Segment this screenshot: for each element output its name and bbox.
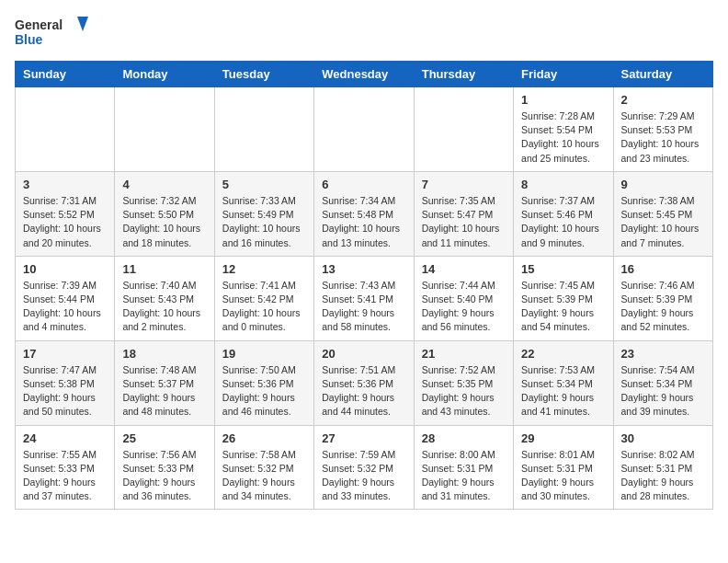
calendar-cell: 28Sunrise: 8:00 AM Sunset: 5:31 PM Dayli… [414, 425, 513, 510]
day-header-wednesday: Wednesday [314, 62, 414, 87]
day-number: 16 [621, 262, 705, 276]
calendar-cell: 12Sunrise: 7:41 AM Sunset: 5:42 PM Dayli… [214, 256, 313, 340]
calendar-cell [414, 87, 513, 172]
day-info: Sunrise: 8:01 AM Sunset: 5:31 PM Dayligh… [521, 448, 605, 504]
calendar-header-row: SundayMondayTuesdayWednesdayThursdayFrid… [16, 62, 713, 87]
calendar-cell: 27Sunrise: 7:59 AM Sunset: 5:32 PM Dayli… [314, 425, 414, 510]
day-number: 1 [521, 93, 605, 107]
day-number: 15 [521, 262, 605, 276]
day-header-sunday: Sunday [16, 62, 115, 87]
calendar-week-row: 17Sunrise: 7:47 AM Sunset: 5:38 PM Dayli… [16, 340, 713, 425]
calendar-cell: 5Sunrise: 7:33 AM Sunset: 5:49 PM Daylig… [214, 171, 313, 256]
calendar-cell: 2Sunrise: 7:29 AM Sunset: 5:53 PM Daylig… [613, 87, 712, 172]
day-info: Sunrise: 7:41 AM Sunset: 5:42 PM Dayligh… [222, 279, 306, 335]
day-info: Sunrise: 7:35 AM Sunset: 5:47 PM Dayligh… [422, 194, 506, 250]
day-number: 25 [122, 431, 206, 445]
day-number: 11 [122, 262, 206, 276]
calendar-week-row: 24Sunrise: 7:55 AM Sunset: 5:33 PM Dayli… [16, 425, 713, 510]
day-number: 7 [422, 178, 506, 191]
calendar-cell: 13Sunrise: 7:43 AM Sunset: 5:41 PM Dayli… [314, 256, 414, 340]
day-number: 26 [222, 431, 306, 445]
calendar-cell: 17Sunrise: 7:47 AM Sunset: 5:38 PM Dayli… [16, 340, 115, 425]
calendar-cell: 7Sunrise: 7:35 AM Sunset: 5:47 PM Daylig… [414, 171, 513, 256]
calendar-cell: 30Sunrise: 8:02 AM Sunset: 5:31 PM Dayli… [613, 425, 712, 510]
calendar-table: SundayMondayTuesdayWednesdayThursdayFrid… [15, 61, 713, 510]
day-info: Sunrise: 8:02 AM Sunset: 5:31 PM Dayligh… [621, 448, 705, 504]
day-number: 21 [422, 347, 506, 361]
day-info: Sunrise: 7:39 AM Sunset: 5:44 PM Dayligh… [23, 279, 107, 335]
day-number: 8 [521, 178, 605, 191]
day-header-friday: Friday [514, 62, 613, 87]
calendar-cell: 23Sunrise: 7:54 AM Sunset: 5:34 PM Dayli… [613, 340, 712, 425]
day-number: 4 [122, 178, 206, 191]
calendar-cell [115, 87, 214, 172]
day-info: Sunrise: 8:00 AM Sunset: 5:31 PM Dayligh… [422, 448, 506, 504]
logo-svg: General Blue [15, 15, 97, 50]
day-number: 3 [23, 178, 107, 191]
calendar-cell: 14Sunrise: 7:44 AM Sunset: 5:40 PM Dayli… [414, 256, 513, 340]
day-info: Sunrise: 7:59 AM Sunset: 5:32 PM Dayligh… [322, 448, 405, 504]
page-header: General Blue [15, 15, 713, 50]
day-number: 22 [521, 347, 605, 361]
calendar-cell [214, 87, 313, 172]
day-info: Sunrise: 7:32 AM Sunset: 5:50 PM Dayligh… [122, 194, 206, 250]
day-number: 6 [322, 178, 405, 191]
day-number: 19 [222, 347, 306, 361]
calendar-week-row: 1Sunrise: 7:28 AM Sunset: 5:54 PM Daylig… [16, 87, 713, 172]
calendar-week-row: 3Sunrise: 7:31 AM Sunset: 5:52 PM Daylig… [16, 171, 713, 256]
day-number: 30 [621, 431, 705, 445]
calendar-cell: 11Sunrise: 7:40 AM Sunset: 5:43 PM Dayli… [115, 256, 214, 340]
day-number: 13 [322, 262, 405, 276]
calendar-cell: 29Sunrise: 8:01 AM Sunset: 5:31 PM Dayli… [514, 425, 613, 510]
day-info: Sunrise: 7:33 AM Sunset: 5:49 PM Dayligh… [222, 194, 306, 250]
day-header-thursday: Thursday [414, 62, 513, 87]
calendar-cell: 25Sunrise: 7:56 AM Sunset: 5:33 PM Dayli… [115, 425, 214, 510]
day-info: Sunrise: 7:51 AM Sunset: 5:36 PM Dayligh… [322, 363, 405, 419]
day-number: 28 [422, 431, 506, 445]
calendar-cell: 10Sunrise: 7:39 AM Sunset: 5:44 PM Dayli… [16, 256, 115, 340]
day-info: Sunrise: 7:45 AM Sunset: 5:39 PM Dayligh… [521, 279, 605, 335]
day-info: Sunrise: 7:53 AM Sunset: 5:34 PM Dayligh… [521, 363, 605, 419]
day-info: Sunrise: 7:44 AM Sunset: 5:40 PM Dayligh… [422, 279, 506, 335]
calendar-week-row: 10Sunrise: 7:39 AM Sunset: 5:44 PM Dayli… [16, 256, 713, 340]
day-info: Sunrise: 7:58 AM Sunset: 5:32 PM Dayligh… [222, 448, 306, 504]
calendar-cell: 9Sunrise: 7:38 AM Sunset: 5:45 PM Daylig… [613, 171, 712, 256]
calendar-cell: 16Sunrise: 7:46 AM Sunset: 5:39 PM Dayli… [613, 256, 712, 340]
svg-text:General: General [15, 17, 63, 32]
day-number: 17 [23, 347, 107, 361]
day-number: 10 [23, 262, 107, 276]
calendar-cell: 26Sunrise: 7:58 AM Sunset: 5:32 PM Dayli… [214, 425, 313, 510]
svg-text:Blue: Blue [15, 32, 43, 47]
day-info: Sunrise: 7:43 AM Sunset: 5:41 PM Dayligh… [322, 279, 405, 335]
calendar-cell: 21Sunrise: 7:52 AM Sunset: 5:35 PM Dayli… [414, 340, 513, 425]
calendar-cell: 3Sunrise: 7:31 AM Sunset: 5:52 PM Daylig… [16, 171, 115, 256]
calendar-cell: 22Sunrise: 7:53 AM Sunset: 5:34 PM Dayli… [514, 340, 613, 425]
day-info: Sunrise: 7:28 AM Sunset: 5:54 PM Dayligh… [521, 109, 605, 166]
day-info: Sunrise: 7:40 AM Sunset: 5:43 PM Dayligh… [122, 279, 206, 335]
day-info: Sunrise: 7:56 AM Sunset: 5:33 PM Dayligh… [122, 448, 206, 504]
calendar-cell: 24Sunrise: 7:55 AM Sunset: 5:33 PM Dayli… [16, 425, 115, 510]
day-number: 24 [23, 431, 107, 445]
day-number: 5 [222, 178, 306, 191]
day-info: Sunrise: 7:54 AM Sunset: 5:34 PM Dayligh… [621, 363, 705, 419]
calendar-cell: 1Sunrise: 7:28 AM Sunset: 5:54 PM Daylig… [514, 87, 613, 172]
calendar-cell: 19Sunrise: 7:50 AM Sunset: 5:36 PM Dayli… [214, 340, 313, 425]
day-info: Sunrise: 7:46 AM Sunset: 5:39 PM Dayligh… [621, 279, 705, 335]
svg-marker-2 [77, 17, 88, 31]
calendar-cell: 4Sunrise: 7:32 AM Sunset: 5:50 PM Daylig… [115, 171, 214, 256]
day-number: 29 [521, 431, 605, 445]
day-info: Sunrise: 7:55 AM Sunset: 5:33 PM Dayligh… [23, 448, 107, 504]
day-header-tuesday: Tuesday [214, 62, 313, 87]
day-number: 20 [322, 347, 405, 361]
calendar-cell [314, 87, 414, 172]
calendar-cell: 15Sunrise: 7:45 AM Sunset: 5:39 PM Dayli… [514, 256, 613, 340]
calendar-cell: 20Sunrise: 7:51 AM Sunset: 5:36 PM Dayli… [314, 340, 414, 425]
day-info: Sunrise: 7:47 AM Sunset: 5:38 PM Dayligh… [23, 363, 107, 419]
day-number: 27 [322, 431, 405, 445]
day-info: Sunrise: 7:48 AM Sunset: 5:37 PM Dayligh… [122, 363, 206, 419]
day-info: Sunrise: 7:52 AM Sunset: 5:35 PM Dayligh… [422, 363, 506, 419]
day-info: Sunrise: 7:38 AM Sunset: 5:45 PM Dayligh… [621, 194, 705, 250]
day-info: Sunrise: 7:37 AM Sunset: 5:46 PM Dayligh… [521, 194, 605, 250]
day-info: Sunrise: 7:50 AM Sunset: 5:36 PM Dayligh… [222, 363, 306, 419]
day-number: 2 [621, 93, 705, 107]
